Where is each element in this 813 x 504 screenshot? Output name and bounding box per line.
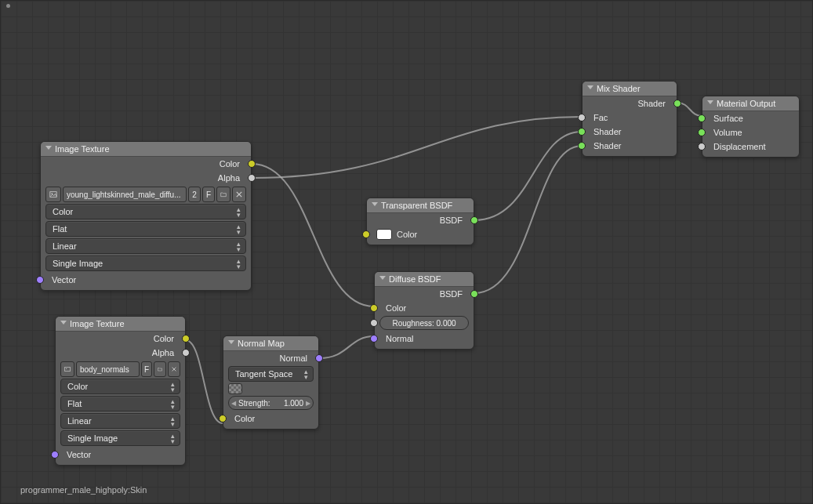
node-title: Normal Map — [238, 339, 285, 348]
input-row-vector: Vector — [41, 273, 251, 287]
image-name-field[interactable]: body_normals — [76, 361, 140, 377]
dropdown-arrows-icon: ▴▾ — [171, 416, 175, 427]
output-row-shader: Shader — [583, 96, 677, 111]
socket-in-roughness[interactable] — [370, 319, 378, 327]
collapse-icon[interactable] — [45, 146, 52, 150]
socket-in-color[interactable] — [370, 304, 378, 312]
input-row-color: Color — [367, 227, 474, 241]
socket-out-bsdf[interactable] — [470, 290, 478, 298]
output-alpha-label: Alpha — [62, 348, 179, 357]
socket-out-color[interactable] — [182, 335, 190, 343]
node-mix-shader[interactable]: Mix Shader Shader Fac Shader Shader — [582, 81, 677, 157]
decrement-icon[interactable]: ◀ — [231, 400, 236, 407]
unlink-image-button[interactable] — [168, 361, 180, 377]
dropdown-label: Color — [53, 207, 73, 216]
input-row-fac: Fac — [583, 111, 677, 125]
node-title: Mix Shader — [597, 84, 641, 93]
node-header[interactable]: Image Texture — [56, 317, 185, 332]
collapse-icon[interactable] — [707, 100, 713, 104]
frame-mode-dropdown[interactable]: Single Image ▴▾ — [45, 256, 246, 271]
unlink-image-button[interactable] — [232, 187, 246, 202]
socket-in-shader2[interactable] — [578, 142, 586, 150]
socket-in-fac[interactable] — [578, 114, 586, 121]
socket-out-shader[interactable] — [673, 100, 681, 107]
color-space-dropdown[interactable]: Color ▴▾ — [60, 379, 180, 394]
socket-in-vector[interactable] — [51, 451, 59, 459]
node-header[interactable]: Image Texture — [41, 142, 251, 157]
node-normal-map[interactable]: Normal Map Normal Tangent Space ▴▾ ◀ Str… — [223, 335, 319, 430]
output-bsdf-label: BSDF — [373, 216, 467, 225]
output-row-color: Color — [56, 332, 185, 346]
socket-in-color[interactable] — [362, 230, 370, 238]
interpolation-dropdown[interactable]: Linear ▴▾ — [60, 413, 180, 429]
projection-dropdown[interactable]: Flat ▴▾ — [45, 221, 246, 237]
collapse-icon[interactable] — [60, 321, 67, 325]
input-color-label: Color — [230, 414, 312, 423]
socket-out-color[interactable] — [248, 160, 256, 168]
socket-in-vector[interactable] — [36, 276, 44, 284]
color-swatch[interactable] — [376, 229, 392, 240]
color-space-dropdown[interactable]: Color ▴▾ — [45, 204, 246, 219]
socket-in-displacement[interactable] — [698, 143, 706, 150]
collapse-icon[interactable] — [379, 276, 386, 280]
roughness-label: Roughness: 0.000 — [392, 319, 455, 328]
space-dropdown[interactable]: Tangent Space ▴▾ — [228, 366, 314, 382]
socket-in-normal[interactable] — [370, 335, 378, 343]
socket-in-shader1[interactable] — [578, 128, 586, 136]
node-header[interactable]: Mix Shader — [583, 82, 677, 96]
image-browse-button[interactable] — [45, 187, 61, 202]
image-users-button[interactable]: 2 — [188, 187, 201, 202]
node-header[interactable]: Normal Map — [223, 336, 318, 351]
socket-in-volume[interactable] — [698, 129, 706, 136]
input-row-vector: Vector — [56, 448, 185, 462]
projection-dropdown[interactable]: Flat ▴▾ — [60, 396, 180, 412]
output-color-label: Color — [62, 334, 179, 343]
socket-in-color[interactable] — [219, 415, 227, 422]
roughness-field[interactable]: Roughness: 0.000 — [379, 316, 469, 330]
node-header[interactable]: Diffuse BSDF — [375, 272, 474, 287]
socket-out-normal[interactable] — [315, 354, 323, 362]
input-row-normal: Normal — [375, 332, 474, 346]
node-header[interactable]: Material Output — [702, 96, 799, 111]
dropdown-label: Single Image — [53, 259, 103, 268]
socket-out-alpha[interactable] — [248, 174, 256, 182]
close-icon — [172, 365, 176, 373]
dropdown-label: Flat — [67, 399, 82, 408]
collapse-icon[interactable] — [372, 202, 378, 206]
node-transparent-bsdf[interactable]: Transparent BSDF BSDF Color — [366, 198, 474, 245]
dropdown-arrows-icon: ▴▾ — [237, 259, 241, 270]
interpolation-dropdown[interactable]: Linear ▴▾ — [45, 238, 246, 254]
node-image-texture-1[interactable]: Image Texture Color Alpha young_lightski… — [40, 141, 252, 291]
open-image-button[interactable] — [216, 187, 230, 202]
dropdown-label: Tangent Space — [235, 369, 292, 379]
output-shader-label: Shader — [589, 99, 670, 108]
image-browse-button[interactable] — [60, 361, 74, 377]
fake-user-button[interactable]: F — [141, 361, 152, 377]
node-header[interactable]: Transparent BSDF — [367, 198, 474, 213]
output-row-alpha: Alpha — [41, 171, 251, 185]
output-row-bsdf: BSDF — [375, 287, 474, 301]
open-image-button[interactable] — [154, 361, 166, 377]
folder-icon — [220, 190, 227, 199]
increment-icon[interactable]: ▶ — [306, 400, 310, 407]
node-diffuse-bsdf[interactable]: Diffuse BSDF BSDF Color Roughness: 0.000… — [374, 271, 474, 350]
collapse-icon[interactable] — [587, 85, 593, 89]
socket-out-bsdf[interactable] — [470, 216, 478, 224]
svg-point-3 — [66, 368, 67, 369]
node-image-texture-2[interactable]: Image Texture Color Alpha body_normals F… — [55, 316, 186, 466]
socket-in-surface[interactable] — [698, 114, 706, 122]
dropdown-label: Flat — [53, 224, 67, 234]
input-row-color: Color — [375, 301, 474, 315]
fake-user-button[interactable]: F — [202, 187, 215, 202]
output-color-label: Color — [47, 159, 245, 169]
image-name-field[interactable]: young_lightskinned_male_diffu... — [63, 187, 187, 202]
socket-out-alpha[interactable] — [182, 349, 190, 357]
node-material-output[interactable]: Material Output Surface Volume Displacem… — [702, 96, 800, 158]
strength-label: Strength: — [238, 399, 270, 408]
output-normal-label: Normal — [230, 354, 312, 363]
image-icon — [64, 364, 71, 374]
frame-mode-dropdown[interactable]: Single Image ▴▾ — [60, 430, 180, 446]
collapse-icon[interactable] — [228, 340, 234, 344]
uvmap-field[interactable] — [228, 383, 242, 394]
strength-field[interactable]: ◀ Strength: 1.000 ▶ — [228, 396, 314, 410]
